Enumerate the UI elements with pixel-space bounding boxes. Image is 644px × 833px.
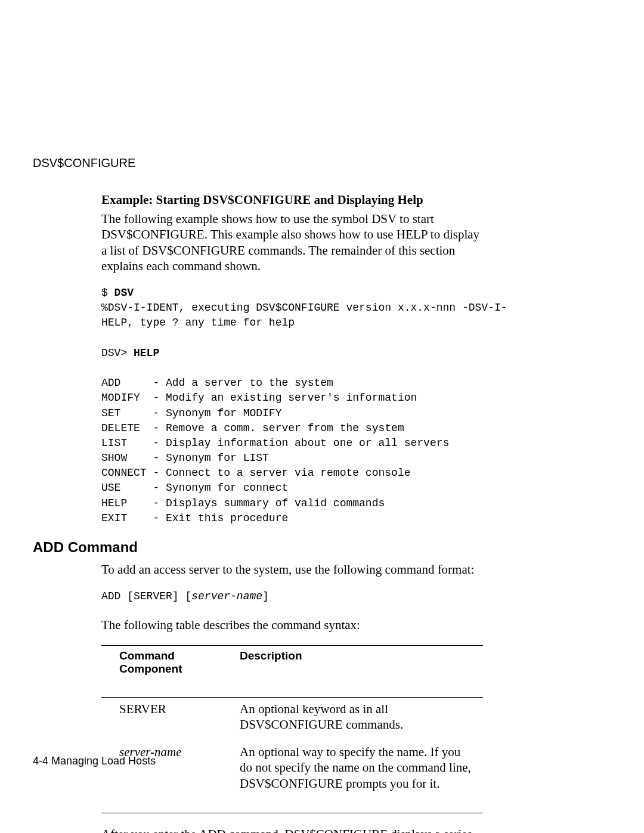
syntax-var: server-name xyxy=(191,590,262,602)
syntax-pre: ADD [SERVER] [ xyxy=(101,590,191,602)
body-column: Example: Starting DSV$CONFIGURE and Disp… xyxy=(101,193,483,526)
page-footer: 4-4 Managing Load Hosts xyxy=(33,755,156,767)
cmd-dsv: DSV xyxy=(114,287,134,299)
table-row: SERVER An optional keyword as in all DSV… xyxy=(101,698,483,741)
cell-server-name-desc: An optional way to specify the name. If … xyxy=(222,741,483,800)
table-header-row: Command Component Description xyxy=(101,646,483,684)
output-ident: %DSV-I-IDENT, executing DSV$CONFIGURE ve… xyxy=(101,302,507,329)
example-intro: The following example shows how to use t… xyxy=(101,211,483,274)
col-head-component: Command Component xyxy=(101,646,222,684)
cell-server-name: server-name xyxy=(101,741,222,800)
add-syntax: ADD [SERVER] [server-name] xyxy=(101,589,483,604)
syntax-post: ] xyxy=(262,590,269,602)
help-output: ADD - Add a server to the system MODIFY … xyxy=(101,377,449,524)
running-header: DSV$CONFIGURE xyxy=(33,156,611,170)
cell-server: SERVER xyxy=(101,698,222,741)
table-row: server-name An optional way to specify t… xyxy=(101,741,483,800)
example-title: Example: Starting DSV$CONFIGURE and Disp… xyxy=(101,193,483,208)
prompt-dollar: $ xyxy=(101,287,114,299)
table-bottom-rule xyxy=(101,813,483,813)
page: DSV$CONFIGURE Example: Starting DSV$CONF… xyxy=(0,0,644,833)
add-body: To add an access server to the system, u… xyxy=(101,562,483,833)
section-heading-add: ADD Command xyxy=(33,539,611,556)
prompt-dsv: DSV> xyxy=(101,347,134,359)
add-outro: After you enter the ADD command, DSV$CON… xyxy=(101,826,483,833)
syntax-table: Command Component Description xyxy=(101,646,483,684)
add-intro: To add an access server to the system, u… xyxy=(101,562,483,577)
table-intro: The following table describes the comman… xyxy=(101,617,483,633)
code-block-1: $ DSV %DSV-I-IDENT, executing DSV$CONFIG… xyxy=(101,286,483,526)
syntax-table-body: SERVER An optional keyword as in all DSV… xyxy=(101,698,483,800)
cmd-help: HELP xyxy=(134,347,159,359)
col-head-description: Description xyxy=(222,646,483,684)
cell-server-desc: An optional keyword as in all DSV$CONFIG… xyxy=(222,698,483,741)
